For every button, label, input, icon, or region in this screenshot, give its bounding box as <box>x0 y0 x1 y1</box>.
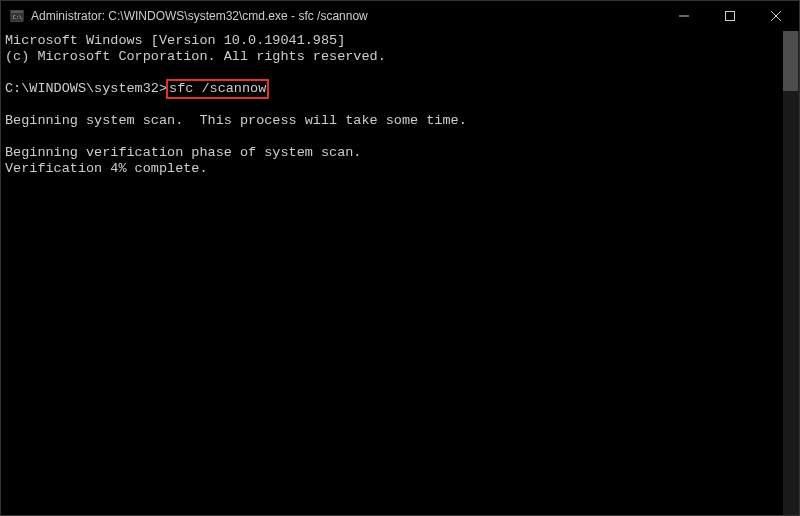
svg-text:C:\: C:\ <box>13 14 22 20</box>
svg-rect-1 <box>11 11 23 13</box>
verification-progress-line: Verification 4% complete. <box>5 161 208 176</box>
window-title: Administrator: C:\WINDOWS\system32\cmd.e… <box>31 9 661 23</box>
verification-phase-line: Beginning verification phase of system s… <box>5 145 361 160</box>
minimize-button[interactable] <box>661 1 707 31</box>
terminal-output[interactable]: Microsoft Windows [Version 10.0.19041.98… <box>1 31 783 515</box>
maximize-button[interactable] <box>707 1 753 31</box>
cmd-icon: C:\ <box>9 8 25 24</box>
titlebar[interactable]: C:\ Administrator: C:\WINDOWS\system32\c… <box>1 1 799 31</box>
command-text: sfc /scannow <box>169 81 266 96</box>
prompt: C:\WINDOWS\system32> <box>5 81 167 96</box>
scan-begin-line: Beginning system scan. This process will… <box>5 113 467 128</box>
command-highlight: sfc /scannow <box>166 79 269 99</box>
svg-rect-4 <box>726 12 735 21</box>
close-button[interactable] <box>753 1 799 31</box>
window-controls <box>661 1 799 31</box>
vertical-scrollbar[interactable] <box>783 31 799 515</box>
cmd-window: C:\ Administrator: C:\WINDOWS\system32\c… <box>0 0 800 516</box>
content-area: Microsoft Windows [Version 10.0.19041.98… <box>1 31 799 515</box>
scrollbar-thumb[interactable] <box>783 31 798 91</box>
version-line: Microsoft Windows [Version 10.0.19041.98… <box>5 33 345 48</box>
copyright-line: (c) Microsoft Corporation. All rights re… <box>5 49 386 64</box>
